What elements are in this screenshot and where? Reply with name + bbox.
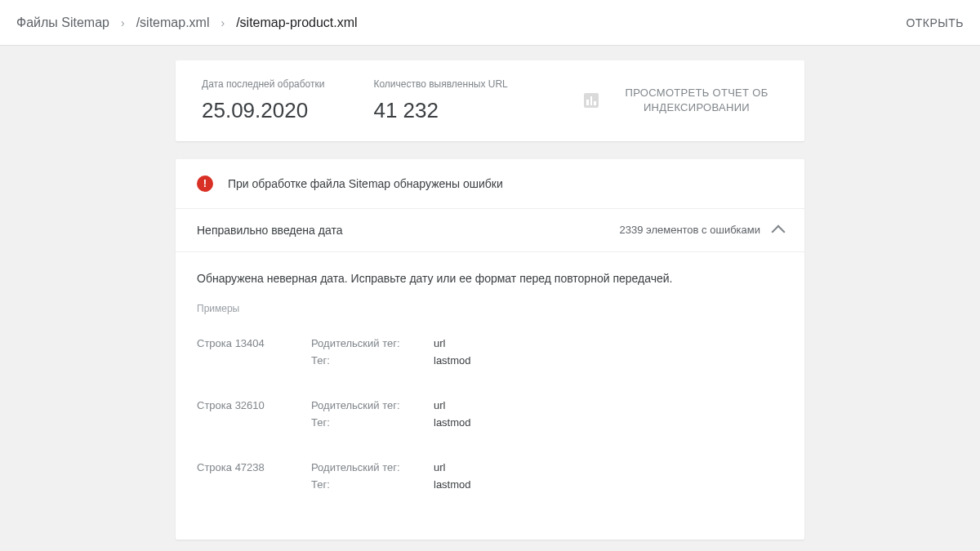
line-number: 32610	[235, 399, 265, 411]
bar-chart-icon	[584, 93, 599, 108]
parent-tag-label: Родительский тег:	[311, 337, 409, 349]
parent-tag-value: url	[434, 461, 445, 473]
tag-value: lastmod	[434, 354, 471, 367]
example-tags: Родительский тег: url Тег: lastmod	[311, 337, 471, 371]
error-issue-header[interactable]: Неправильно введена дата 2339 элементов …	[176, 209, 804, 252]
tag-label: Тег:	[311, 354, 409, 367]
line-label: Строка	[197, 461, 232, 473]
tag-value: lastmod	[434, 478, 471, 491]
parent-tag-value: url	[434, 337, 445, 349]
example-tags: Родительский тег: url Тег: lastmod	[311, 461, 471, 495]
stat-label: Дата последней обработки	[202, 78, 324, 91]
examples-label: Примеры	[197, 303, 783, 314]
chevron-up-icon[interactable]	[772, 224, 786, 238]
error-icon: !	[197, 176, 213, 192]
parent-tag-label: Родительский тег:	[311, 399, 409, 411]
tag-label: Тег:	[311, 416, 409, 429]
example-row: Строка 13404 Родительский тег: url Тег: …	[197, 329, 783, 391]
header-bar: Файлы Sitemap › /sitemap.xml › /sitemap-…	[0, 0, 980, 46]
example-line: Строка 47238	[197, 461, 311, 495]
line-number: 47238	[235, 461, 265, 473]
breadcrumb-level1[interactable]: /sitemap.xml	[136, 16, 210, 30]
breadcrumb-current: /sitemap-product.xml	[236, 16, 358, 30]
stat-last-processed: Дата последней обработки 25.09.2020	[202, 78, 324, 123]
chevron-right-icon: ›	[121, 16, 125, 29]
error-detail: Обнаружена неверная дата. Исправьте дату…	[176, 252, 804, 540]
error-issue-count: 2339 элементов с ошибками	[620, 224, 760, 236]
error-banner-text: При обработке файла Sitemap обнаружены о…	[228, 177, 503, 190]
parent-tag-value: url	[434, 399, 445, 411]
open-button[interactable]: ОТКРЫТЬ	[906, 16, 964, 29]
parent-tag-label: Родительский тег:	[311, 461, 409, 473]
stat-value: 41 232	[373, 98, 507, 123]
tag-label: Тег:	[311, 478, 409, 491]
stat-value: 25.09.2020	[202, 98, 324, 123]
breadcrumb-root[interactable]: Файлы Sitemap	[16, 16, 109, 30]
breadcrumb: Файлы Sitemap › /sitemap.xml › /sitemap-…	[16, 16, 906, 30]
error-issue-title: Неправильно введена дата	[197, 224, 620, 237]
example-line: Строка 13404	[197, 337, 311, 371]
summary-card: Дата последней обработки 25.09.2020 Коли…	[176, 60, 804, 141]
example-tags: Родительский тег: url Тег: lastmod	[311, 399, 471, 433]
line-label: Строка	[197, 337, 232, 349]
content: Дата последней обработки 25.09.2020 Коли…	[0, 46, 980, 551]
report-area: ПРОСМОТРЕТЬ ОТЧЕТ ОБ ИНДЕКСИРОВАНИИ	[584, 86, 778, 115]
error-card: ! При обработке файла Sitemap обнаружены…	[176, 159, 804, 540]
line-label: Строка	[197, 399, 232, 411]
chevron-right-icon: ›	[220, 16, 225, 29]
stat-label: Количество выявленных URL	[373, 78, 507, 91]
example-row: Строка 32610 Родительский тег: url Тег: …	[197, 391, 783, 453]
view-index-report-link[interactable]: ПРОСМОТРЕТЬ ОТЧЕТ ОБ ИНДЕКСИРОВАНИИ	[615, 86, 778, 115]
stat-url-count: Количество выявленных URL 41 232	[373, 78, 507, 123]
tag-value: lastmod	[434, 416, 471, 429]
example-line: Строка 32610	[197, 399, 311, 433]
error-banner: ! При обработке файла Sitemap обнаружены…	[176, 159, 804, 209]
error-description: Обнаружена неверная дата. Исправьте дату…	[197, 272, 783, 285]
example-row: Строка 47238 Родительский тег: url Тег: …	[197, 453, 783, 515]
line-number: 13404	[235, 337, 265, 349]
